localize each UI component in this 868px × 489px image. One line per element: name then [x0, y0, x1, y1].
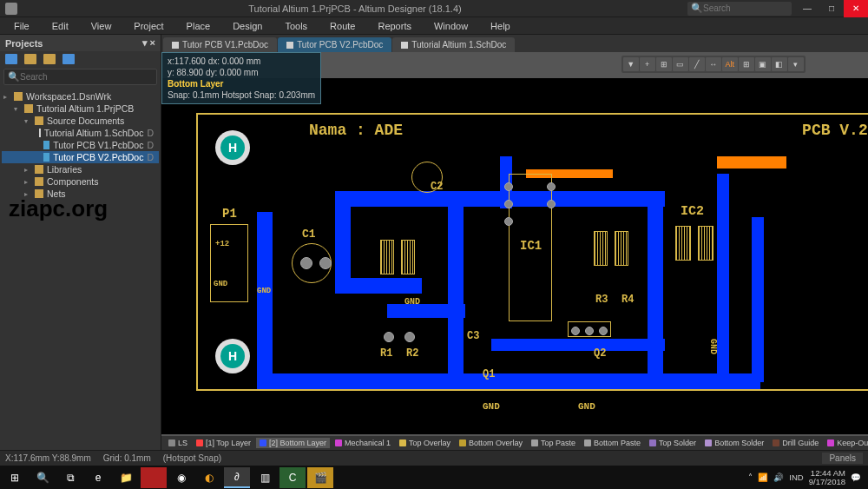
layer-tab[interactable]: Mechanical 1	[332, 438, 394, 448]
toolbar-new-icon[interactable]	[5, 54, 17, 64]
menu-place[interactable]: Place	[176, 19, 221, 33]
windows-taskbar: ⊞ 🔍 ⧉ e 📁 ◉ ◐ ∂ ▥ C 🎬 ˄ 📶 🔊 IND 12:44 AM…	[0, 466, 868, 489]
menu-reports[interactable]: Reports	[367, 19, 422, 33]
maximize-button[interactable]: □	[819, 0, 844, 17]
menu-tools[interactable]: Tools	[274, 19, 318, 33]
start-button[interactable]: ⊞	[2, 467, 28, 488]
layer-tab[interactable]: Top Overlay	[396, 438, 454, 448]
tree-item[interactable]: ▸Components	[2, 175, 159, 188]
tool-select-icon[interactable]: +	[640, 57, 655, 71]
panels-button[interactable]: Panels	[822, 453, 863, 464]
tool-mask-icon[interactable]: ◧	[772, 57, 787, 71]
tray-chevron-icon[interactable]: ˄	[748, 472, 753, 482]
status-snap: (Hotspot Snap)	[163, 453, 221, 463]
pad	[300, 257, 312, 269]
layer-tab[interactable]: Top Paste	[528, 438, 579, 448]
close-button[interactable]: ✕	[844, 0, 868, 17]
pad	[404, 332, 415, 342]
status-coord: X:117.6mm Y:88.9mm	[5, 453, 91, 463]
trace	[448, 207, 464, 380]
document-tab[interactable]: Tutor PCB V2.PcbDoc	[278, 37, 391, 52]
document-tab[interactable]: Tutorial Altium 1.SchDoc	[392, 37, 515, 52]
pcb-canvas[interactable]: Nama : ADE PCB V.2 H H H H	[161, 78, 868, 434]
taskbar-app1-icon[interactable]	[141, 467, 167, 488]
taskbar-app3-icon[interactable]: ▥	[252, 467, 278, 488]
menu-design[interactable]: Design	[222, 19, 273, 33]
layer-tab[interactable]: Top Solder	[646, 438, 700, 448]
tree-item[interactable]: ▾Tutorial Altium 1.PrjPCB	[2, 102, 159, 115]
layer-tab[interactable]: Drill Guide	[769, 438, 822, 448]
pad	[585, 327, 594, 335]
tool-drop-icon[interactable]: ▾	[788, 57, 804, 71]
taskbar-edge-icon[interactable]: e	[85, 467, 111, 488]
projects-search[interactable]: 🔍	[3, 69, 157, 85]
trace	[752, 217, 764, 382]
layer-tab[interactable]: Keep-Out Layer	[824, 438, 868, 448]
tree-item[interactable]: ▾Source Documents	[2, 115, 159, 127]
pad	[384, 332, 394, 342]
taskbar-app4-icon[interactable]: C	[279, 467, 306, 488]
window-title: Tutorial Altium 1.PrjPCB - Altium Design…	[23, 3, 687, 14]
layer-tab[interactable]: LS	[165, 438, 191, 448]
minimize-button[interactable]: —	[795, 0, 819, 17]
silk-c3: C3	[467, 330, 479, 342]
search-icon: 🔍	[691, 3, 703, 14]
tray-clock[interactable]: 12:44 AM 9/17/2018	[809, 469, 845, 486]
menu-help[interactable]: Help	[480, 19, 521, 33]
taskview-icon[interactable]: ⧉	[57, 467, 83, 488]
tree-item[interactable]: Tutor PCB V2.PcbDocD	[2, 151, 159, 163]
layer-tab[interactable]: Bottom Solder	[701, 438, 767, 448]
tray-volume-icon[interactable]: 🔊	[773, 472, 784, 482]
toolbar-folder2-icon[interactable]	[43, 54, 56, 64]
tool-measure-icon[interactable]: ↔	[706, 57, 721, 71]
menu-project[interactable]: Project	[123, 19, 174, 33]
document-tab[interactable]: Tutor PCB V1.PcbDoc	[163, 37, 277, 52]
silk-title-right: PCB V.2	[802, 122, 868, 139]
tray-notifications-icon[interactable]: 💬	[851, 472, 861, 482]
watermark: ziapc.org	[9, 195, 108, 222]
tool-filter-icon[interactable]: ▼	[623, 57, 639, 71]
comp-p1	[210, 224, 248, 302]
taskbar-search-icon[interactable]: 🔍	[30, 467, 56, 488]
projects-search-input[interactable]	[20, 72, 153, 82]
tray-ime[interactable]: IND	[789, 472, 803, 482]
tool-alt-icon[interactable]: Alt	[722, 57, 738, 71]
taskbar-chrome-icon[interactable]: ◉	[168, 467, 194, 488]
menu-file[interactable]: File	[3, 19, 40, 33]
tray-network-icon[interactable]: 📶	[758, 472, 768, 482]
silk-gnd: GND	[257, 287, 271, 295]
layer-tab[interactable]: Bottom Overlay	[456, 438, 526, 448]
silk-r2: R2	[406, 347, 418, 360]
tree-item[interactable]: ▸Libraries	[2, 163, 159, 175]
tool-move-icon[interactable]: ⊞	[656, 57, 672, 71]
tree-item[interactable]: ▸Workspace1.DsnWrk	[2, 90, 159, 102]
toolbar-refresh-icon[interactable]	[62, 54, 75, 64]
lead	[675, 226, 691, 261]
taskbar-altium-icon[interactable]: ∂	[224, 467, 250, 488]
menu-edit[interactable]: Edit	[42, 19, 79, 33]
menu-route[interactable]: Route	[319, 19, 365, 33]
menu-window[interactable]: Window	[424, 19, 478, 33]
layer-tab[interactable]: [1] Top Layer	[193, 438, 254, 448]
layer-tab[interactable]: [2] Bottom Layer	[256, 438, 330, 448]
tool-line-icon[interactable]: ╱	[689, 57, 705, 71]
taskbar-app2-icon[interactable]: ◐	[196, 467, 222, 488]
menu-view[interactable]: View	[81, 19, 122, 33]
projects-tree: ▸Workspace1.DsnWrk▾Tutorial Altium 1.Prj…	[0, 87, 161, 203]
taskbar-app5-icon[interactable]: 🎬	[307, 467, 333, 488]
tool-grid-icon[interactable]: ⊞	[739, 57, 754, 71]
title-search[interactable]: 🔍	[687, 2, 792, 16]
titlebar: Tutorial Altium 1.PrjPCB - Altium Design…	[0, 0, 868, 17]
tree-item[interactable]: Tutor PCB V1.PcbDocD	[2, 139, 159, 151]
tree-item[interactable]: Tutorial Altium 1.SchDocD	[2, 127, 159, 139]
menubar: File Edit View Project Place Design Tool…	[0, 17, 868, 35]
taskbar-explorer-icon[interactable]: 📁	[113, 467, 139, 488]
title-search-input[interactable]	[703, 3, 781, 13]
toolbar-folder-icon[interactable]	[24, 54, 36, 64]
tool-3d-icon[interactable]: ▣	[755, 57, 771, 71]
layer-tab[interactable]: Bottom Paste	[581, 438, 644, 448]
tool-rect-icon[interactable]: ▭	[673, 57, 688, 71]
active-bar: ▼ + ⊞ ▭ ╱ ↔ Alt ⊞ ▣ ◧ ▾	[621, 56, 806, 73]
trace	[387, 304, 465, 318]
panel-menu-icon[interactable]: ▾ ×	[142, 37, 155, 49]
